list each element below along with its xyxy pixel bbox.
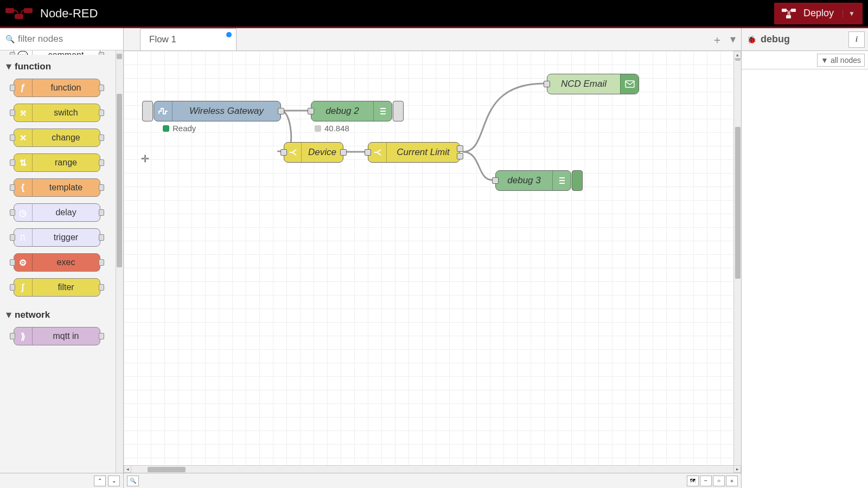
node-red-logo-icon	[5, 7, 33, 20]
deploy-label: Deploy	[803, 8, 834, 19]
debug-icon	[552, 171, 571, 190]
node-status: 40.848	[315, 124, 349, 133]
svg-rect-7	[380, 111, 386, 112]
scroll-left-button[interactable]: ◂	[124, 465, 131, 473]
cursor-crosshair-icon: ✛	[141, 153, 149, 165]
palette-node-comment[interactable]: 💬 comment	[14, 50, 100, 55]
inject-button[interactable]	[142, 101, 153, 121]
palette-collapse-up-button[interactable]: ⌃	[94, 476, 106, 486]
navigator-button[interactable]: 🗺	[687, 476, 699, 486]
palette-node-range[interactable]: ⇅range	[14, 153, 100, 172]
app-header: Node-RED Deploy ▼	[0, 0, 868, 28]
template-icon: {	[14, 179, 33, 196]
filter-nodes-input[interactable]	[18, 34, 118, 44]
svg-rect-11	[559, 180, 565, 181]
palette-node-exec[interactable]: ⚙exec	[14, 253, 100, 272]
function-icon: ƒ	[14, 79, 33, 97]
zoom-in-button[interactable]: ＋	[726, 476, 738, 486]
palette-node-change[interactable]: ✕change	[14, 129, 100, 147]
add-tab-button[interactable]: ＋	[712, 33, 723, 47]
debug-toggle-button[interactable]	[572, 170, 583, 191]
palette-node-mqtt-in[interactable]: ⟫mqtt in	[14, 327, 100, 345]
delay-icon: ◷	[14, 204, 33, 221]
change-icon: ✕	[14, 129, 33, 146]
zoom-reset-button[interactable]: ○	[713, 476, 725, 486]
switch-icon	[368, 143, 387, 162]
filter-icon: ▼	[821, 56, 828, 65]
zoom-out-button[interactable]: −	[700, 476, 712, 486]
category-network[interactable]: ▶ network	[0, 303, 113, 324]
chevron-down-icon: ▶	[5, 65, 13, 69]
node-current-limit[interactable]: Current Limit	[368, 142, 460, 163]
svg-rect-0	[5, 8, 14, 13]
debug-sidebar: 🐞 debug i ▼ all nodes	[741, 28, 868, 488]
unsaved-indicator-icon	[226, 32, 232, 37]
canvas-horizontal-scrollbar[interactable]	[131, 465, 733, 473]
deploy-dropdown[interactable]: ▼	[843, 10, 855, 17]
app-title: Node-RED	[40, 7, 98, 21]
debug-toggle-button[interactable]	[393, 101, 404, 121]
palette-scrollbar[interactable]	[116, 50, 123, 473]
node-status: Ready	[163, 124, 196, 133]
filter-icon: ∫	[14, 279, 33, 296]
palette-node-delay[interactable]: ◷delay	[14, 203, 100, 222]
palette-node-template[interactable]: {template	[14, 178, 100, 197]
svg-rect-6	[380, 108, 386, 109]
scroll-up-button[interactable]: ▴	[733, 51, 741, 59]
bug-icon: 🐞	[747, 35, 756, 44]
trigger-icon: ⎍	[14, 229, 33, 246]
workspace: Flow 1 ＋ ▾	[124, 28, 741, 488]
svg-rect-4	[791, 9, 796, 12]
chevron-down-icon: ▶	[5, 313, 13, 318]
palette-node-trigger[interactable]: ⎍trigger	[14, 228, 100, 247]
range-icon: ⇅	[14, 154, 33, 171]
node-debug-2[interactable]: debug 2	[311, 101, 392, 121]
tab-flow-1[interactable]: Flow 1	[140, 28, 237, 50]
svg-rect-1	[24, 8, 33, 13]
palette-sidebar: 🔍 💬 comment ▶ function ƒfuncti	[0, 28, 124, 488]
sidebar-title: debug	[761, 34, 790, 45]
node-device[interactable]: Device	[284, 142, 343, 163]
search-icon: 🔍	[5, 35, 15, 43]
scroll-right-button[interactable]: ▸	[733, 465, 741, 473]
deploy-button[interactable]: Deploy ▼	[774, 3, 863, 24]
node-ncd-email[interactable]: NCD Email	[547, 74, 639, 94]
email-icon	[620, 74, 639, 94]
debug-icon	[373, 101, 392, 121]
mqtt in-icon: ⟫	[14, 328, 33, 345]
category-function[interactable]: ▶ function	[0, 55, 113, 75]
exec-icon: ⚙	[14, 254, 33, 271]
svg-rect-9	[626, 81, 634, 87]
svg-rect-12	[559, 183, 565, 184]
deploy-icon	[782, 8, 796, 19]
svg-rect-10	[559, 177, 565, 178]
palette-collapse-down-button[interactable]: ⌄	[108, 476, 120, 486]
switch-icon: ⤲	[14, 104, 33, 121]
canvas-search-button[interactable]: 🔍	[127, 476, 139, 486]
gateway-icon	[154, 101, 173, 121]
node-debug-3[interactable]: debug 3	[495, 170, 571, 191]
info-tab-button[interactable]: i	[848, 31, 865, 48]
tab-menu-button[interactable]: ▾	[730, 33, 736, 47]
palette-node-switch[interactable]: ⤲switch	[14, 104, 100, 122]
svg-rect-8	[380, 113, 386, 114]
node-wireless-gateway[interactable]: Wireless Gateway	[154, 101, 281, 121]
svg-rect-3	[782, 9, 787, 12]
palette-node-function[interactable]: ƒfunction	[14, 79, 100, 97]
flow-canvas[interactable]: Wireless Gateway Ready debug 2	[124, 51, 741, 473]
debug-filter-button[interactable]: ▼ all nodes	[817, 54, 865, 67]
palette-node-filter[interactable]: ∫filter	[14, 278, 100, 297]
canvas-vertical-scrollbar[interactable]	[733, 51, 741, 465]
